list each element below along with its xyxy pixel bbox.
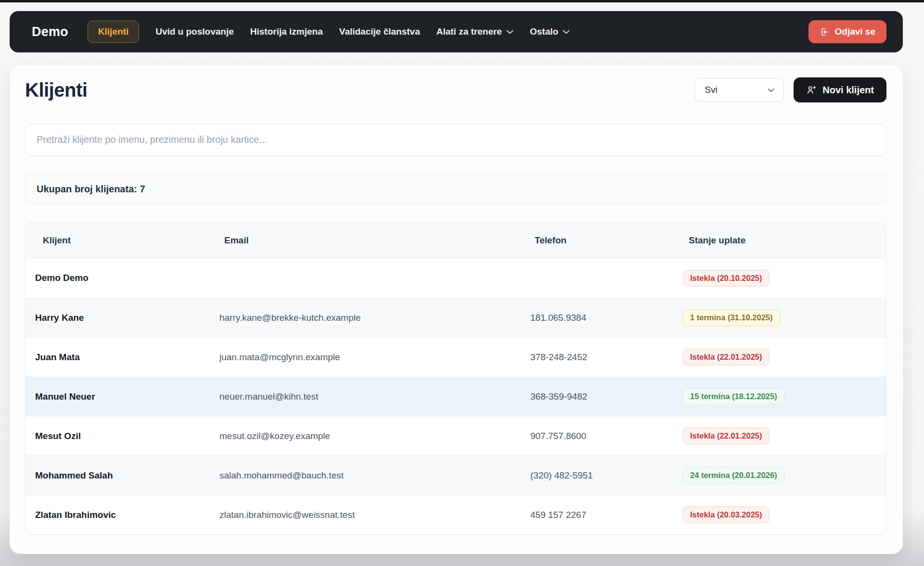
column-header-stanje-uplate: Stanje uplate <box>677 235 886 246</box>
table-row[interactable]: Zlatan Ibrahimoviczlatan.ibrahimovic@wei… <box>26 495 886 534</box>
nav-item-label: Klijenti <box>98 26 128 37</box>
client-email-cell: zlatan.ibrahimovic@weissnat.test <box>215 510 526 520</box>
client-name-cell: Harry Kane <box>26 313 215 323</box>
status-badge: Istekla (20.10.2025) <box>683 270 770 287</box>
client-status-cell: 15 termina (18.12.2025) <box>677 388 886 405</box>
filter-selected-value: Svi <box>705 85 717 95</box>
status-badge: Istekla (20.03.2025) <box>683 506 770 523</box>
main-nav: Demo KlijentiUvid u poslovanjeHistorija … <box>10 11 903 52</box>
card-header: Klijenti Svi Novi klijent <box>25 77 886 102</box>
nav-items: KlijentiUvid u poslovanjeHistorija izmje… <box>88 21 570 43</box>
nav-item-label: Ostalo <box>530 26 558 37</box>
column-header-email: Email <box>215 235 526 246</box>
status-badge: Istekla (22.01.2025) <box>683 349 770 365</box>
client-email-cell: mesut.ozil@kozey.example <box>215 431 526 441</box>
client-name-cell: Demo Demo <box>26 273 215 283</box>
client-email-cell: salah.mohammed@bauch.test <box>215 470 526 481</box>
new-client-label: Novi klijent <box>822 85 874 96</box>
client-phone-cell: 459 157 2267 <box>526 510 677 520</box>
column-header-telefon: Telefon <box>526 235 677 246</box>
client-status-cell: Istekla (22.01.2025) <box>677 428 886 444</box>
client-status-cell: Istekla (20.10.2025) <box>677 270 886 287</box>
client-status-cell: Istekla (20.03.2025) <box>677 506 886 523</box>
nav-item-ostalo[interactable]: Ostalo <box>530 26 570 37</box>
filter-dropdown[interactable]: Svi <box>694 78 784 102</box>
table-row[interactable]: Manuel Neuerneuer.manuel@kihn.test368-35… <box>26 377 886 416</box>
header-controls: Svi Novi klijent <box>694 77 886 102</box>
client-name-cell: Mesut Ozil <box>26 431 215 441</box>
table-row[interactable]: Mesut Ozilmesut.ozil@kozey.example907.75… <box>26 416 886 455</box>
client-name-cell: Manuel Neuer <box>26 391 215 402</box>
client-status-cell: 1 termina (31.10.2025) <box>677 309 886 326</box>
client-phone-cell: 378-248-2452 <box>526 352 677 363</box>
column-header-klijent: Klijent <box>26 235 215 246</box>
client-count-label: Ukupan broj klijenata: 7 <box>37 184 145 195</box>
nav-item-label: Alati za trenere <box>436 26 502 37</box>
new-client-button[interactable]: Novi klijent <box>794 77 886 102</box>
logout-button[interactable]: Odjavi se <box>808 20 887 43</box>
chevron-down-icon <box>506 30 513 34</box>
table-row[interactable]: Mohammed Salahsalah.mohammed@bauch.test(… <box>26 455 886 495</box>
brand-logo: Demo <box>32 25 68 39</box>
table-header-row: Klijent Email Telefon Stanje uplate <box>26 223 886 258</box>
client-email-cell: juan.mata@mcglynn.example <box>215 352 526 363</box>
logout-label: Odjavi se <box>835 26 876 37</box>
nav-item-validacije-clanstva[interactable]: Validacije članstva <box>339 26 420 37</box>
nav-item-klijenti[interactable]: Klijenti <box>88 21 139 43</box>
nav-item-label: Historija izmjena <box>250 26 323 37</box>
status-badge: 15 termina (18.12.2025) <box>683 388 784 405</box>
clients-table: Klijent Email Telefon Stanje uplate Demo… <box>25 222 886 535</box>
status-badge: 1 termina (31.10.2025) <box>683 309 780 326</box>
user-plus-icon <box>806 85 817 95</box>
nav-item-alati-za-trenere[interactable]: Alati za trenere <box>436 26 513 37</box>
top-edge-bar <box>0 0 924 2</box>
client-count-bar: Ukupan broj klijenata: 7 <box>25 174 886 204</box>
nav-item-label: Uvid u poslovanje <box>155 26 234 37</box>
client-phone-cell: 368-359-9482 <box>526 391 677 402</box>
table-row[interactable]: Demo DemoIstekla (20.10.2025) <box>26 258 886 298</box>
search-input[interactable] <box>25 124 886 156</box>
page-title: Klijenti <box>25 79 87 101</box>
nav-item-label: Validacije članstva <box>339 26 420 37</box>
status-badge: 24 termina (20.01.2026) <box>683 467 784 484</box>
chevron-down-icon <box>768 88 775 92</box>
client-status-cell: 24 termina (20.01.2026) <box>677 467 886 484</box>
logout-icon <box>820 27 830 37</box>
table-row[interactable]: Juan Matajuan.mata@mcglynn.example378-24… <box>26 337 886 377</box>
status-badge: Istekla (22.01.2025) <box>683 428 770 444</box>
client-status-cell: Istekla (22.01.2025) <box>677 349 886 365</box>
client-name-cell: Zlatan Ibrahimovic <box>26 510 215 520</box>
chevron-down-icon <box>563 30 570 34</box>
client-name-cell: Juan Mata <box>26 352 215 363</box>
client-email-cell: neuer.manuel@kihn.test <box>215 391 526 402</box>
nav-item-uvid-u-poslovanje[interactable]: Uvid u poslovanje <box>155 26 234 37</box>
table-body: Demo DemoIstekla (20.10.2025)Harry Kaneh… <box>26 258 886 534</box>
client-phone-cell: 181.065.9384 <box>526 313 677 323</box>
client-phone-cell: (320) 482-5951 <box>526 470 677 481</box>
main-card: Klijenti Svi Novi klijent Ukupan broj kl… <box>10 65 903 554</box>
client-name-cell: Mohammed Salah <box>26 470 215 481</box>
client-email-cell: harry.kane@brekke-kutch.example <box>215 313 526 323</box>
client-phone-cell: 907.757.8600 <box>526 431 677 441</box>
table-row[interactable]: Harry Kaneharry.kane@brekke-kutch.exampl… <box>26 298 886 337</box>
nav-item-historija-izmjena[interactable]: Historija izmjena <box>250 26 323 37</box>
